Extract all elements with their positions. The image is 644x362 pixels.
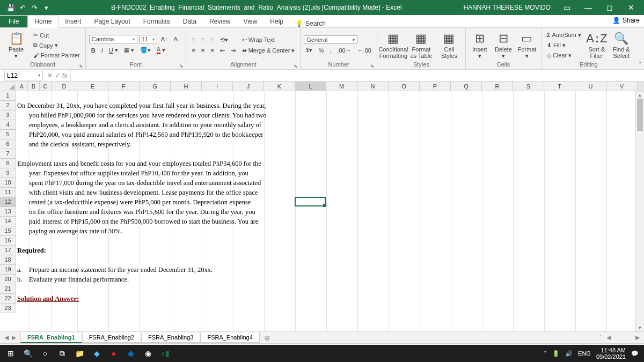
- fx-icon[interactable]: fx: [62, 72, 67, 79]
- sheet-tab-4[interactable]: FSRA_Enabling4: [200, 333, 259, 343]
- undo-icon[interactable]: ↶: [18, 3, 27, 12]
- row-header[interactable]: 20: [0, 275, 16, 284]
- row-header[interactable]: 14: [0, 217, 16, 226]
- search-icon[interactable]: 🔍: [19, 345, 36, 362]
- clock[interactable]: 11:48 AM 09/02/2021: [596, 347, 626, 360]
- select-all-button[interactable]: [0, 82, 16, 91]
- dialog-launcher-icon[interactable]: ⬊: [179, 63, 184, 69]
- cell-area[interactable]: On December 31, 20xx, you have completed…: [16, 91, 644, 313]
- row-header[interactable]: 8: [0, 159, 16, 168]
- share-button[interactable]: 👤 Share: [612, 17, 640, 24]
- column-header[interactable]: O: [389, 82, 420, 91]
- edge-icon[interactable]: ◉: [122, 345, 140, 362]
- tab-view[interactable]: View: [237, 16, 264, 27]
- cancel-icon[interactable]: ✕: [47, 72, 53, 79]
- cell-styles-button[interactable]: ▦Cell Styles: [436, 30, 462, 60]
- row-header[interactable]: 11: [0, 188, 16, 197]
- qat-custom-icon[interactable]: ▾: [42, 3, 50, 12]
- column-header[interactable]: K: [264, 82, 295, 91]
- system-tray[interactable]: ˄ 🔋 🔊 ENG 11:48 AM 09/02/2021 💬: [544, 347, 642, 360]
- column-header[interactable]: U: [575, 82, 606, 91]
- sort-filter-button[interactable]: A↕ZSort & Filter: [586, 30, 608, 60]
- align-bottom-icon[interactable]: ≡: [208, 35, 216, 44]
- row-header[interactable]: 15: [0, 226, 16, 236]
- row-header[interactable]: 13: [0, 207, 16, 217]
- row-header[interactable]: 10: [0, 178, 16, 188]
- percent-format-icon[interactable]: %: [316, 46, 326, 55]
- autosum-button[interactable]: Σ AutoSum ▾: [545, 31, 583, 40]
- file-explorer-icon[interactable]: 📁: [71, 345, 88, 362]
- column-header[interactable]: G: [140, 82, 171, 91]
- scroll-down-icon[interactable]: ▾: [636, 324, 644, 331]
- sheet-tab-1[interactable]: FSRA_Enabling1: [20, 333, 82, 343]
- column-header[interactable]: M: [326, 82, 357, 91]
- sheet-nav[interactable]: ◀▶: [0, 334, 20, 341]
- column-header[interactable]: J: [233, 82, 264, 91]
- spreadsheet-grid[interactable]: ABCDEFGHIJKLMNOPQRSTUV 12345678910111213…: [0, 82, 644, 331]
- column-header[interactable]: Q: [451, 82, 482, 91]
- insert-cells-button[interactable]: ⊞Insert▾: [469, 30, 491, 60]
- maximize-icon[interactable]: ◻: [599, 3, 620, 12]
- enter-icon[interactable]: ✓: [55, 72, 60, 79]
- increase-decimal-icon[interactable]: .00→: [335, 46, 353, 55]
- paste-button[interactable]: 📋 Paste▾: [3, 30, 29, 60]
- fill-button[interactable]: ⬇Fill ▾: [545, 41, 583, 50]
- increase-indent-icon[interactable]: ⇥: [229, 46, 238, 55]
- dialog-launcher-icon[interactable]: ⬊: [294, 63, 298, 69]
- dialog-launcher-icon[interactable]: ⬊: [79, 63, 83, 69]
- name-box[interactable]: L12▾: [4, 71, 43, 80]
- row-header[interactable]: 23: [0, 304, 16, 313]
- close-icon[interactable]: ✕: [620, 3, 642, 12]
- comma-format-icon[interactable]: ,: [327, 46, 333, 55]
- align-center-icon[interactable]: ≡: [199, 46, 207, 55]
- italic-button[interactable]: I: [99, 46, 105, 55]
- align-left-icon[interactable]: ≡: [189, 46, 197, 55]
- row-header[interactable]: 12: [0, 197, 16, 207]
- font-name-select[interactable]: Cambria▾: [89, 35, 137, 43]
- font-color-button[interactable]: A▾: [155, 45, 167, 55]
- tray-chevron-icon[interactable]: ˄: [544, 350, 547, 357]
- column-header[interactable]: D: [52, 82, 77, 91]
- wrap-text-button[interactable]: ↩Wrap Text: [240, 35, 297, 45]
- row-header[interactable]: 22: [0, 294, 16, 304]
- language-indicator[interactable]: ENG: [578, 350, 591, 357]
- column-header[interactable]: F: [108, 82, 140, 91]
- accounting-format-icon[interactable]: $▾: [304, 46, 314, 55]
- notifications-icon[interactable]: 💬: [631, 350, 639, 357]
- copy-button[interactable]: ⧉Copy ▾: [31, 41, 82, 50]
- start-button[interactable]: ⊞: [2, 345, 19, 362]
- conditional-formatting-button[interactable]: ▦Conditional Formatting: [380, 30, 406, 60]
- tab-page-layout[interactable]: Page Layout: [87, 16, 136, 27]
- row-headers[interactable]: 1234567891011121314151617181920212223: [0, 91, 16, 313]
- vertical-scrollbar[interactable]: ▴ ▾: [635, 91, 644, 331]
- decrease-decimal-icon[interactable]: ←.00: [355, 46, 374, 55]
- tab-insert[interactable]: Insert: [58, 16, 87, 27]
- new-sheet-button[interactable]: ⊕: [260, 334, 275, 342]
- row-header[interactable]: 21: [0, 284, 16, 294]
- row-header[interactable]: 18: [0, 255, 16, 265]
- column-header[interactable]: A: [16, 82, 28, 91]
- border-button[interactable]: ▦ ▾: [122, 46, 136, 55]
- underline-button[interactable]: U ▾: [107, 46, 120, 55]
- collapse-ribbon-icon[interactable]: ˄: [639, 61, 642, 68]
- orientation-icon[interactable]: ⟲▾: [218, 35, 230, 45]
- ribbon-display-icon[interactable]: ▭: [556, 3, 577, 12]
- row-header[interactable]: 3: [0, 110, 16, 120]
- column-header[interactable]: S: [513, 82, 544, 91]
- column-header[interactable]: N: [357, 82, 389, 91]
- opera-icon[interactable]: ●: [105, 345, 122, 362]
- align-middle-icon[interactable]: ≡: [199, 35, 207, 44]
- format-cells-button[interactable]: ▭Format▾: [516, 30, 538, 60]
- minimize-icon[interactable]: —: [577, 3, 599, 12]
- formula-input[interactable]: [71, 75, 644, 76]
- save-icon[interactable]: 💾: [6, 3, 15, 12]
- decrease-indent-icon[interactable]: ⇤: [218, 46, 227, 55]
- format-painter-button[interactable]: 🖌Format Painter: [31, 51, 82, 60]
- column-header[interactable]: P: [420, 82, 451, 91]
- dialog-launcher-icon[interactable]: ⬊: [370, 63, 375, 69]
- row-header[interactable]: 9: [0, 168, 16, 178]
- delete-cells-button[interactable]: ⊟Delete▾: [493, 30, 514, 60]
- column-header[interactable]: R: [482, 82, 513, 91]
- increase-font-icon[interactable]: A↑: [159, 35, 170, 43]
- font-size-select[interactable]: 11▾: [139, 35, 157, 43]
